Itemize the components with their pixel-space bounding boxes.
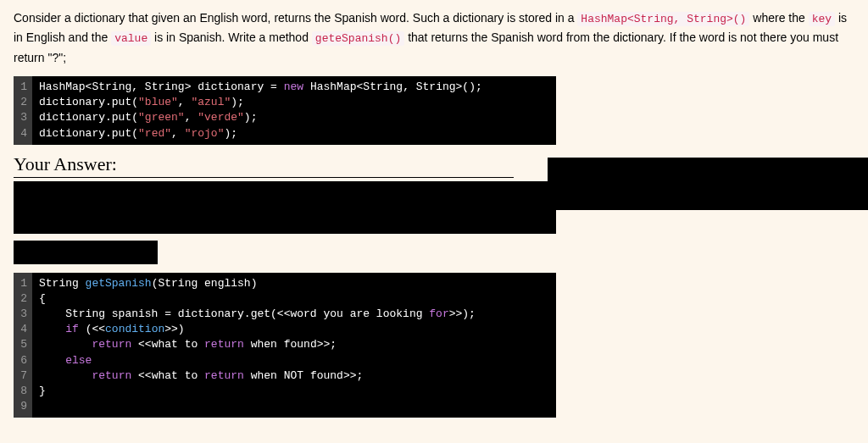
- line-number: 4: [19, 322, 27, 337]
- code-line: if (<<condition>>): [39, 322, 549, 337]
- code-line: [39, 399, 549, 414]
- line-number: 3: [19, 110, 27, 125]
- redacted-block-small: [14, 241, 158, 264]
- line-number: 5: [19, 337, 27, 352]
- code-line: dictionary.put("blue", "azul");: [39, 95, 549, 110]
- code-line: else: [39, 353, 549, 368]
- line-number: 7: [19, 368, 27, 384]
- inline-code: key: [809, 12, 835, 26]
- code-line: String getSpanish(String english): [39, 276, 549, 291]
- line-number: 1: [19, 276, 27, 291]
- code-line: dictionary.put("green", "verde");: [39, 110, 549, 125]
- redacted-block-main: [14, 181, 556, 234]
- code-line: String spanish = dictionary.get(<<word y…: [39, 307, 549, 322]
- line-number: 2: [19, 291, 27, 307]
- code-line: }: [39, 384, 549, 399]
- line-number: 8: [19, 384, 27, 399]
- code-block-setup: 1234 HashMap<String, String> dictionary …: [14, 76, 556, 145]
- inline-code: value: [111, 31, 151, 46]
- redacted-block-right: [548, 158, 868, 210]
- line-number: 2: [19, 95, 27, 110]
- code-line: dictionary.put("red", "rojo");: [39, 126, 549, 141]
- line-number: 9: [19, 399, 27, 414]
- line-number: 4: [19, 126, 27, 141]
- code-block-template: 123456789 String getSpanish(String engli…: [14, 273, 556, 418]
- question-text: Consider a dictionary that given an Engl…: [14, 8, 854, 68]
- line-number: 3: [19, 307, 27, 322]
- line-number: 6: [19, 353, 27, 368]
- inline-code: geteSpanish(): [312, 31, 404, 46]
- code-line: HashMap<String, String> dictionary = new…: [39, 80, 549, 95]
- inline-code: HashMap<String, String>(): [577, 12, 749, 26]
- line-number: 1: [19, 80, 27, 95]
- code-line: {: [39, 291, 549, 307]
- answer-underline: [14, 177, 514, 178]
- code-line: return <<what to return when found>>;: [39, 337, 549, 352]
- code-line: return <<what to return when NOT found>>…: [39, 368, 549, 384]
